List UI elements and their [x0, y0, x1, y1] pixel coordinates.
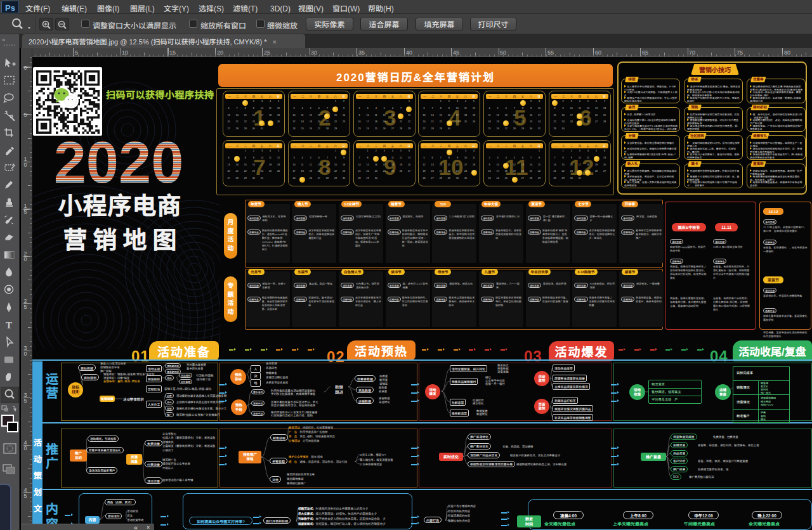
svg-text:T: T — [6, 320, 12, 330]
